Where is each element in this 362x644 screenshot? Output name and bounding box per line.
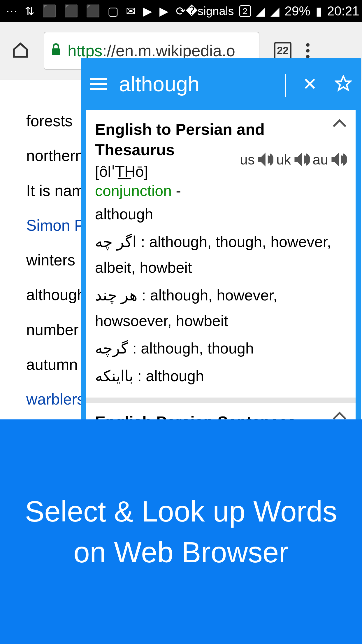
signal-icon: ◢ [256, 4, 265, 18]
dictionary-popup: although ✕ English to Persian and Thesau… [81, 58, 361, 457]
svg-rect-0 [52, 48, 60, 55]
menu-button[interactable] [90, 78, 107, 90]
audio-au-button[interactable]: au [313, 151, 347, 168]
part-of-speech: conjunction [95, 182, 172, 199]
android-status-bar: ⋯ ⇅ ⬛ ⬛ ⬛ ▢ ✉ ▶ ▶ ⟳ �signals 2 ◢ ◢ 29% ▮… [0, 0, 362, 22]
page-text: although [26, 286, 85, 303]
search-word-input[interactable]: although [119, 72, 285, 96]
headword: although [95, 201, 347, 227]
audio-row: us uk au [240, 151, 347, 168]
page-text: number [26, 321, 79, 338]
keyhole-icon: ⬛ [64, 4, 78, 18]
definition-card: English to Persian and Thesaurus [ôlˈT͟H… [86, 110, 356, 398]
definition-line: گرچه : although, though [95, 335, 347, 361]
page-text: northern [26, 147, 84, 164]
more-menu-button[interactable] [306, 43, 310, 58]
keyhole-icon: ⬛ [42, 4, 57, 18]
definition-line: هر چند : although, however, howsoever, h… [95, 282, 347, 334]
audio-uk-button[interactable]: uk [276, 151, 310, 168]
url-text: https://en.m.wikipedia.o [68, 41, 235, 60]
page-text: winters [26, 251, 75, 269]
collapse-button[interactable] [332, 119, 347, 129]
image-icon: ▢ [108, 4, 119, 18]
promo-banner: Select & Look up Words on Web Browser [0, 419, 362, 644]
definition-line: بااینکه : although [95, 363, 347, 389]
tabs-button[interactable]: 22 [274, 42, 291, 60]
lock-icon [50, 42, 62, 60]
clock: 20:21 [327, 4, 359, 18]
wiki-link[interactable]: Simon P [26, 217, 85, 234]
page-text: autumn [26, 356, 78, 373]
sim-badge: 2 [239, 5, 251, 17]
svg-marker-1 [336, 76, 351, 90]
keyhole-icon: ⬛ [86, 4, 100, 18]
signal-icon: ◢ [270, 4, 280, 18]
audio-us-button[interactable]: us [240, 151, 273, 168]
favorite-button[interactable] [335, 75, 352, 93]
battery-icon: ▮ [316, 4, 322, 18]
dictionary-header: although ✕ [81, 58, 361, 110]
wifi-icon: �signals [186, 4, 234, 18]
dictionary-body[interactable]: English to Persian and Thesaurus [ôlˈT͟H… [86, 110, 356, 452]
page-text: forests [26, 112, 73, 130]
banner-text: Select & Look up Words on Web Browser [12, 491, 350, 573]
upload-icon: ⇅ [25, 4, 35, 18]
wiki-link[interactable]: warblers [26, 391, 85, 408]
youtube-icon: ▶ [159, 4, 168, 18]
battery-percent: 29% [285, 4, 310, 18]
sync-icon: ⟳ [176, 4, 186, 18]
mail-icon: ✉ [126, 4, 136, 18]
youtube-icon: ▶ [143, 4, 152, 18]
home-button[interactable] [12, 41, 29, 60]
page-text: It is nam [26, 182, 85, 199]
definition-line: اگر چه : although, though, however, albe… [95, 229, 347, 281]
clear-button[interactable]: ✕ [297, 71, 323, 97]
notification-icon: ⋯ [6, 4, 17, 18]
